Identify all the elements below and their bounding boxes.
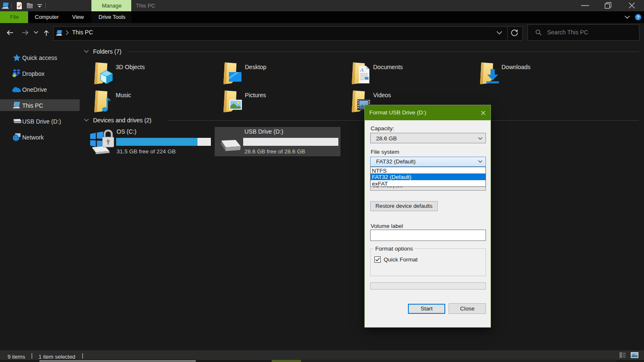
svg-text:?: ? — [637, 15, 640, 20]
svg-text:A: A — [360, 67, 364, 73]
